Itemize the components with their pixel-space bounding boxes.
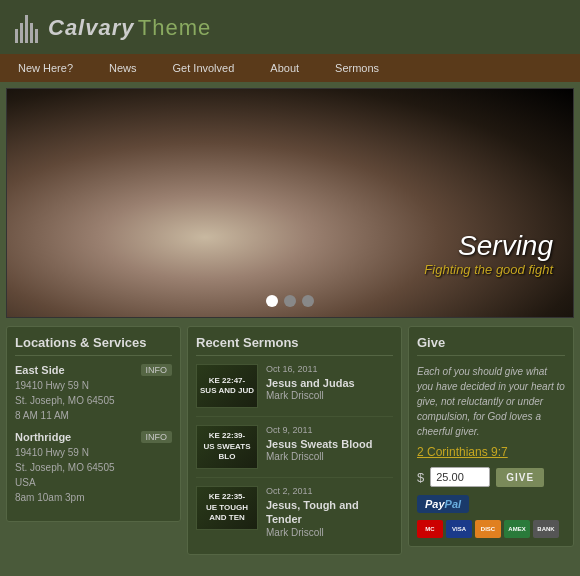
nav: New Here? News Get Involved About Sermon… xyxy=(0,54,580,82)
give-amount-input[interactable] xyxy=(430,467,490,487)
sermon-item-3: KE 22:35- UE TOUGH AND TEN Oct 2, 2011 J… xyxy=(196,486,393,546)
give-title: Give xyxy=(417,335,565,356)
card-visa-icon: VISA xyxy=(446,520,472,538)
sermon-date-3: Oct 2, 2011 xyxy=(266,486,393,496)
locations-box: Locations & Services East Side INFO 1941… xyxy=(6,326,181,522)
header: Calvary Theme xyxy=(0,0,580,54)
location-northridge: Northridge INFO 19410 Hwy 59 N St. Josep… xyxy=(15,431,172,503)
main-content: Locations & Services East Side INFO 1941… xyxy=(0,318,580,563)
nav-item-about[interactable]: About xyxy=(252,54,317,82)
sermons-box: Recent Sermons KE 22:47- SUS AND JUD Oct… xyxy=(187,326,402,555)
sermon-date-2: Oct 9, 2011 xyxy=(266,425,393,435)
give-input-row: $ GIVE xyxy=(417,467,565,487)
location-east-side: East Side INFO 19410 Hwy 59 N St. Joseph… xyxy=(15,364,172,421)
sermons-title: Recent Sermons xyxy=(196,335,393,356)
sermon-thumb-1[interactable]: KE 22:47- SUS AND JUD xyxy=(196,364,258,408)
hero-banner: Serving Fighting the good fight xyxy=(6,88,574,318)
logo-calvary: Calvary Theme xyxy=(48,15,211,41)
give-button[interactable]: GIVE xyxy=(496,468,544,487)
hero-dot-3[interactable] xyxy=(302,295,314,307)
card-bank-icon: BANK xyxy=(533,520,559,538)
nav-item-sermons[interactable]: Sermons xyxy=(317,54,397,82)
hero-dot-2[interactable] xyxy=(284,295,296,307)
location-east-side-address: 19410 Hwy 59 N St. Joseph, MO 64505 xyxy=(15,378,172,408)
location-northridge-address: 19410 Hwy 59 N St. Joseph, MO 64505 USA xyxy=(15,445,172,490)
location-northridge-times: 8am 10am 3pm xyxy=(15,492,172,503)
sermon-title-3[interactable]: Jesus, Tough and Tender xyxy=(266,498,393,527)
sermon-speaker-3: Mark Driscoll xyxy=(266,527,393,538)
sermon-thumb-3[interactable]: KE 22:35- UE TOUGH AND TEN xyxy=(196,486,258,530)
card-discover-icon: DISC xyxy=(475,520,501,538)
sermon-date-1: Oct 16, 2011 xyxy=(266,364,393,374)
sermon-item-2: KE 22:39- US SWEATS BLO Oct 9, 2011 Jesu… xyxy=(196,425,393,478)
hero-title: Serving xyxy=(424,230,553,262)
give-body-text: Each of you should give what you have de… xyxy=(417,364,565,439)
sermon-item-1: KE 22:47- SUS AND JUD Oct 16, 2011 Jesus… xyxy=(196,364,393,417)
nav-item-new-here[interactable]: New Here? xyxy=(0,54,91,82)
locations-title: Locations & Services xyxy=(15,335,172,356)
location-northridge-info-button[interactable]: INFO xyxy=(141,431,173,443)
location-east-side-header: East Side INFO xyxy=(15,364,172,376)
locations-column: Locations & Services East Side INFO 1941… xyxy=(6,326,181,555)
nav-item-get-involved[interactable]: Get Involved xyxy=(155,54,253,82)
location-east-side-name: East Side xyxy=(15,364,65,376)
nav-item-news[interactable]: News xyxy=(91,54,155,82)
paypal-logo[interactable]: PayPal xyxy=(417,495,469,513)
location-northridge-header: Northridge INFO xyxy=(15,431,172,443)
logo-icon xyxy=(15,13,38,43)
sermon-speaker-1: Mark Driscoll xyxy=(266,390,393,401)
location-northridge-name: Northridge xyxy=(15,431,71,443)
sermons-column: Recent Sermons KE 22:47- SUS AND JUD Oct… xyxy=(187,326,402,555)
card-mastercard-icon: MC xyxy=(417,520,443,538)
give-dollar-sign: $ xyxy=(417,470,424,485)
hero-image xyxy=(7,89,573,317)
hero-dot-1[interactable] xyxy=(266,295,278,307)
give-box: Give Each of you should give what you ha… xyxy=(408,326,574,547)
give-column: Give Each of you should give what you ha… xyxy=(408,326,574,555)
hero-subtitle: Fighting the good fight xyxy=(424,262,553,277)
give-reference-link[interactable]: 2 Corinthians 9:7 xyxy=(417,445,565,459)
card-amex-icon: AMEX xyxy=(504,520,530,538)
hero-text: Serving Fighting the good fight xyxy=(424,230,553,277)
hero-dots xyxy=(266,295,314,307)
sermon-title-1[interactable]: Jesus and Judas xyxy=(266,376,393,390)
sermon-thumb-2[interactable]: KE 22:39- US SWEATS BLO xyxy=(196,425,258,469)
location-east-side-info-button[interactable]: INFO xyxy=(141,364,173,376)
location-east-side-times: 8 AM 11 AM xyxy=(15,410,172,421)
card-icons: MC VISA DISC AMEX BANK xyxy=(417,520,565,538)
paypal-area: PayPal MC VISA DISC AMEX BANK xyxy=(417,495,565,538)
sermon-title-2[interactable]: Jesus Sweats Blood xyxy=(266,437,393,451)
sermon-speaker-2: Mark Driscoll xyxy=(266,451,393,462)
